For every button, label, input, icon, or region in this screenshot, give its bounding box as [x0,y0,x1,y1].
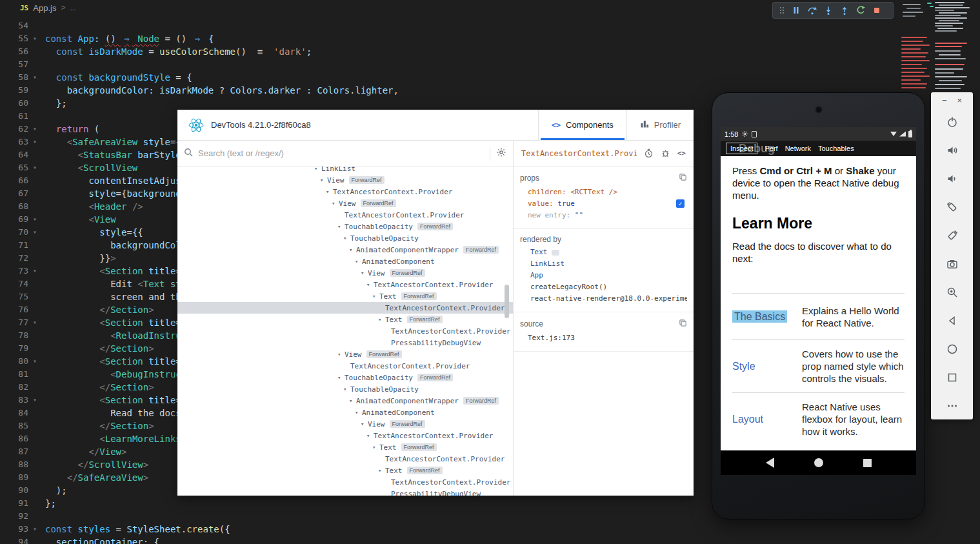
line-number[interactable]: 75 [0,290,28,303]
inspector-tab-touchables[interactable]: Touchables [818,145,854,152]
settings-gear-icon[interactable] [496,147,506,160]
line-number[interactable]: 90 [0,484,28,497]
expand-arrow[interactable]: ▾ [355,258,362,265]
step-into-button[interactable] [823,5,834,15]
tree-row[interactable]: ▾TextAncestorContext.Provider [177,279,513,290]
tree-row[interactable]: ▾AnimatedComponent [177,407,513,418]
rotate-right-button[interactable] [931,221,973,250]
prop-row[interactable]: new entry: "" [520,210,687,221]
step-over-button[interactable] [807,5,817,15]
tree-row[interactable]: ▾TextForwardRef [177,465,513,476]
line-number[interactable]: 76 [0,303,28,316]
view-source-icon[interactable]: <> [677,149,686,157]
prop-row[interactable]: value: true✓ [520,198,687,210]
fold-chevron[interactable]: ▾ [28,123,45,136]
line-number[interactable]: 74 [0,277,28,290]
drag-handle-icon[interactable] [779,5,785,15]
line-number[interactable]: 69 [0,213,28,226]
fold-chevron[interactable]: ▾ [28,355,45,368]
code-line[interactable]: 54 [0,19,980,32]
power-button[interactable] [931,108,973,136]
tree-row[interactable]: ▾ViewForwardRef [177,267,513,279]
code-line[interactable]: 56 const isDarkMode = useColorScheme() ≡… [0,45,980,58]
line-number[interactable]: 59 [0,84,28,97]
tree-row[interactable]: TextAncestorContext.Provider [177,209,513,221]
tree-row[interactable]: TextAncestorContext.Provider [177,453,513,465]
fold-chevron[interactable]: ▾ [28,161,45,174]
tree-row[interactable]: ▾TextForwardRef [177,290,513,302]
home-button[interactable] [931,335,973,363]
overview-button[interactable] [931,363,973,392]
fold-chevron[interactable]: ▾ [28,32,45,45]
tree-row[interactable]: ▾TextForwardRef [177,314,513,325]
stop-button[interactable] [872,5,882,15]
line-number[interactable]: 57 [0,58,28,71]
expand-arrow[interactable]: ▾ [349,398,356,404]
line-number[interactable]: 73 [0,265,28,277]
line-number[interactable]: 56 [0,45,28,58]
line-number[interactable]: 81 [0,368,28,381]
expand-arrow[interactable]: ▾ [378,316,385,323]
expand-arrow[interactable]: ▾ [355,409,362,416]
code-line[interactable]: 94 sectionContainer: { [0,536,980,544]
fold-chevron[interactable]: ▾ [28,136,45,148]
expand-arrow[interactable]: ▾ [343,235,350,241]
inspector-tab-inspect[interactable]: Inspect [726,143,757,154]
tree-row[interactable]: ▾TouchableOpacity [177,232,513,244]
restart-button[interactable] [855,5,866,15]
expand-arrow[interactable]: ▾ [332,200,339,207]
code-line[interactable]: 58▾ const backgroundStyle = { [0,71,980,84]
tree-row[interactable]: TextAncestorContext.Provider [177,476,513,488]
line-number[interactable]: 91 [0,497,28,510]
expand-arrow[interactable]: ▾ [378,467,385,474]
expand-arrow[interactable]: ▾ [349,247,356,253]
expand-arrow[interactable]: ▾ [361,270,368,276]
fold-chevron[interactable]: ▾ [28,71,45,84]
rendered-by-item[interactable]: Text [520,247,687,258]
line-number[interactable]: 84 [0,407,28,419]
more-button[interactable] [931,392,973,420]
line-number[interactable]: 85 [0,419,28,432]
tab-profiler[interactable]: Profiler [626,110,694,140]
tree-row[interactable]: ▾ViewForwardRef [177,348,513,360]
code-line[interactable]: 93▾const styles = StyleSheet.create({ [0,523,980,536]
tree-row[interactable]: TextAncestorContext.Provider [177,360,513,372]
line-number[interactable]: 78 [0,329,28,342]
code-line[interactable]: 55▾const App: () ⇒ Node = () ⇒ { [0,32,980,45]
volume-up-button[interactable] [931,136,973,165]
tree-row[interactable]: ▾AnimatedComponentWrapperForwardRef [177,395,513,407]
expand-arrow[interactable]: ▾ [314,166,321,172]
expand-arrow[interactable]: ▾ [337,374,345,381]
copy-source-icon[interactable] [679,318,687,330]
fold-chevron[interactable]: ▾ [28,523,45,536]
line-number[interactable]: 93 [0,523,28,536]
rendered-by-item[interactable]: createLegacyRoot() [520,281,687,293]
value-checkbox[interactable]: ✓ [676,199,685,208]
line-number[interactable]: 55 [0,32,28,45]
expand-arrow[interactable]: ▾ [372,444,379,450]
line-number[interactable]: 72 [0,252,28,265]
line-number[interactable]: 82 [0,381,28,394]
code-line[interactable]: 57 [0,58,980,71]
link-label[interactable]: Layout [732,414,802,425]
volume-down-button[interactable] [931,165,973,193]
tree-row[interactable]: ▾ViewForwardRef [177,174,513,186]
link-label[interactable]: The Basics [732,311,802,323]
tree-row[interactable]: PressabilityDebugView [177,337,513,348]
copy-props-icon[interactable] [679,172,687,184]
search-input[interactable] [198,148,484,158]
back-button[interactable] [766,458,774,468]
breadcrumb-file[interactable]: App.js [33,3,56,13]
rendered-by-item[interactable]: react-native-renderer@18.0.0-experimenta… [520,293,687,305]
tree-row[interactable]: TextAncestorContext.Provider [177,325,513,337]
inspector-tab-perf[interactable]: Perf [765,145,777,152]
breadcrumb-more[interactable]: ... [70,3,76,12]
tree-scrollbar-thumb[interactable] [505,285,509,318]
tree-row[interactable]: ▾ViewForwardRef [177,418,513,430]
line-number[interactable]: 71 [0,239,28,252]
expand-arrow[interactable]: ▾ [337,223,345,230]
tree-row[interactable]: PressabilityDebugView [177,488,513,496]
tree-row[interactable]: ▾ViewForwardRef [177,197,513,209]
expand-arrow[interactable]: ▾ [320,177,327,183]
expand-arrow[interactable]: ▾ [361,421,368,427]
